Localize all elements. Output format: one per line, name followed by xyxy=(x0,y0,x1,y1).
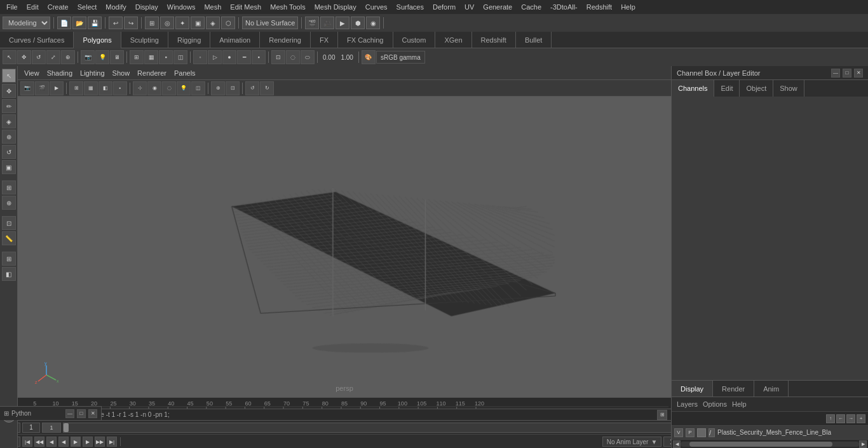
go-start-btn[interactable]: |◀ xyxy=(22,437,32,447)
tab-custom[interactable]: Custom xyxy=(393,32,436,48)
menu-create[interactable]: Create xyxy=(44,2,72,12)
vp-play-btn[interactable]: ▶ xyxy=(50,81,64,95)
next-key-btn[interactable]: ▶▶ xyxy=(95,437,105,447)
gamma-dropdown[interactable]: sRGB gamma xyxy=(376,51,425,64)
poly-btn[interactable]: ▷ xyxy=(208,50,222,64)
vp-b-btn[interactable]: ◉ xyxy=(147,81,161,95)
component-btn[interactable]: ◦ xyxy=(193,50,207,64)
render5-btn[interactable]: ◉ xyxy=(366,17,380,29)
vp-a-btn[interactable]: ⊹ xyxy=(133,81,147,95)
window-minimize-btn[interactable]: — xyxy=(65,409,74,418)
mode-dropdown[interactable]: Modeling xyxy=(3,17,50,29)
snap2-btn[interactable]: ◌ xyxy=(286,50,300,64)
next-frame-btn[interactable]: ▶ xyxy=(83,437,93,447)
render-btn[interactable]: 🎬 xyxy=(305,17,319,29)
vp-iso-btn[interactable]: ↻ xyxy=(260,81,274,95)
layer-p-icon[interactable]: P xyxy=(686,428,695,437)
tab-rendering[interactable]: Rendering xyxy=(260,32,311,48)
scrollbar-thumb[interactable] xyxy=(689,442,832,447)
layers-menu[interactable]: Layers xyxy=(677,400,698,408)
tab-anim[interactable]: Anim xyxy=(754,381,789,397)
menu-deform[interactable]: Deform xyxy=(429,2,459,12)
shading-menu[interactable]: Shading xyxy=(44,68,75,78)
menu-file[interactable]: File xyxy=(3,2,22,12)
lighting-menu[interactable]: Lighting xyxy=(78,68,107,78)
snap-curve-btn[interactable]: ◎ xyxy=(160,17,174,29)
anim-layer-dropdown[interactable]: No Anim Layer ▼ xyxy=(602,437,662,447)
menu-redshift[interactable]: Redshift xyxy=(583,2,616,12)
save-file-btn[interactable]: 💾 xyxy=(88,17,102,29)
menu-edit[interactable]: Edit xyxy=(23,2,43,12)
history-btn[interactable]: ⊞ xyxy=(2,252,16,266)
universal-tool-btn[interactable]: ⊕ xyxy=(61,50,75,64)
current-frame-input[interactable] xyxy=(22,423,40,433)
menu-surfaces[interactable]: Surfaces xyxy=(393,2,428,12)
menu-help[interactable]: Help xyxy=(617,2,639,12)
panels-menu[interactable]: Panels xyxy=(172,68,198,78)
menu-modify[interactable]: Modify xyxy=(102,2,130,12)
select-tool-btn[interactable]: ↖ xyxy=(3,50,17,64)
snap-grid-btn[interactable]: ⊞ xyxy=(145,17,159,29)
tab-object[interactable]: Object xyxy=(740,80,773,97)
render2-btn[interactable]: 🎥 xyxy=(320,17,334,29)
tab-animation[interactable]: Animation xyxy=(210,32,260,48)
render-view-btn[interactable]: 🖥 xyxy=(110,50,124,64)
move-mode-btn[interactable]: ✥ xyxy=(2,84,16,98)
layer-color-swatch[interactable] xyxy=(697,428,706,437)
panel-minimize-btn[interactable]: — xyxy=(831,69,840,78)
shaded-btn[interactable]: ▪ xyxy=(159,50,173,64)
tab-fx-caching[interactable]: FX Caching xyxy=(338,32,393,48)
gamma-icon[interactable]: 🎨 xyxy=(362,50,376,64)
pivot-btn[interactable]: ⊕ xyxy=(2,130,16,144)
translate-tool-btn[interactable]: ✥ xyxy=(17,50,31,64)
script-btn[interactable]: ◧ xyxy=(2,267,16,281)
rotate-tool-btn[interactable]: ↺ xyxy=(32,50,46,64)
layer-new-btn[interactable]: + xyxy=(857,414,865,423)
scale-tool-btn[interactable]: ⤢ xyxy=(46,50,60,64)
tab-curves-surfaces[interactable]: Curves / Surfaces xyxy=(0,32,74,48)
light-btn[interactable]: 💡 xyxy=(95,50,109,64)
redo-btn[interactable]: ↪ xyxy=(124,17,138,29)
paint-btn[interactable]: ✏ xyxy=(2,99,16,113)
face-btn[interactable]: ▪ xyxy=(252,50,266,64)
menu-mesh-tools[interactable]: Mesh Tools xyxy=(266,2,309,12)
python-tab-label[interactable]: Python xyxy=(11,410,63,417)
menu-cache[interactable]: Cache xyxy=(517,2,545,12)
vp-shadow-btn[interactable]: ◫ xyxy=(191,81,205,95)
menu-display[interactable]: Display xyxy=(132,2,162,12)
sym-btn[interactable]: ⊞ xyxy=(2,180,16,194)
tab-show[interactable]: Show xyxy=(773,80,804,97)
grid-btn[interactable]: ⊞ xyxy=(130,50,144,64)
tab-polygons[interactable]: Polygons xyxy=(74,32,121,48)
vertex-btn[interactable]: ● xyxy=(222,50,236,64)
tab-xgen[interactable]: XGen xyxy=(435,32,471,48)
show-menu[interactable]: Show xyxy=(110,68,133,78)
view-menu[interactable]: View xyxy=(22,68,42,78)
soft-select-btn[interactable]: ⬭ xyxy=(301,50,315,64)
xray-btn[interactable]: ◫ xyxy=(173,50,187,64)
prev-frame-btn[interactable]: ◀ xyxy=(46,437,57,447)
camera-btn[interactable]: 📷 xyxy=(81,50,95,64)
tab-render[interactable]: Render xyxy=(713,381,754,397)
tab-edit[interactable]: Edit xyxy=(714,80,740,97)
vp-grid-btn[interactable]: ⊞ xyxy=(69,81,83,95)
select-mode-btn[interactable]: ↖ xyxy=(2,69,16,83)
menu-mesh-display[interactable]: Mesh Display xyxy=(311,2,360,12)
vp-film-btn[interactable]: 🎬 xyxy=(35,81,49,95)
tab-channels[interactable]: Channels xyxy=(672,80,714,97)
vp-cam-btn[interactable]: 📷 xyxy=(20,81,34,95)
snap-btn[interactable]: ⊡ xyxy=(2,216,16,230)
layer-add-anim-btn[interactable]: ↑ xyxy=(826,414,835,423)
layer-type-icon[interactable]: / xyxy=(709,428,715,437)
tab-rigging[interactable]: Rigging xyxy=(168,32,210,48)
window-close-btn[interactable]: ✕ xyxy=(88,409,97,418)
layer-back-btn[interactable]: ← xyxy=(836,414,845,423)
tab-fx[interactable]: FX xyxy=(311,32,338,48)
snap1-btn[interactable]: ⊡ xyxy=(271,50,285,64)
menu-select[interactable]: Select xyxy=(74,2,101,12)
snap-surface-btn[interactable]: ▣ xyxy=(191,17,205,29)
measure-btn[interactable]: 📏 xyxy=(2,231,16,245)
menu-windows[interactable]: Windows xyxy=(163,2,200,12)
tab-bullet[interactable]: Bullet xyxy=(516,32,552,48)
menu-mesh[interactable]: Mesh xyxy=(200,2,225,12)
